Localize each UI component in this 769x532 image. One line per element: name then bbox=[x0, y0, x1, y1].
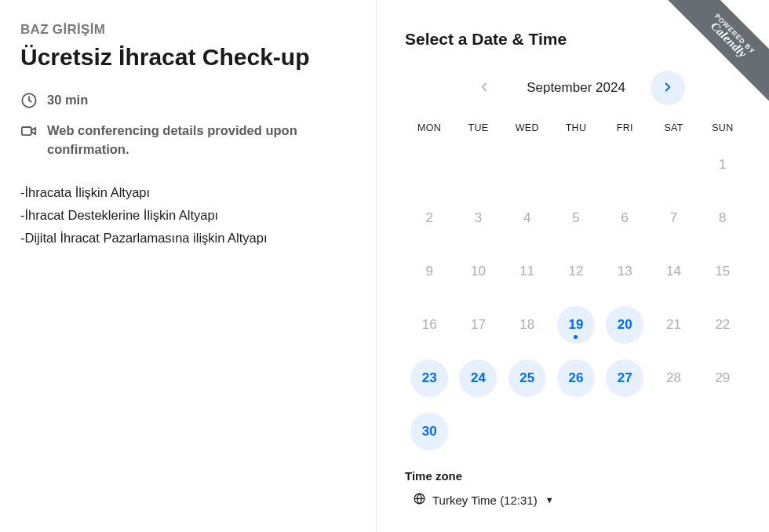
day-available[interactable]: 27 bbox=[606, 359, 643, 397]
day-unavailable: 8 bbox=[704, 199, 742, 237]
day-unavailable: 10 bbox=[459, 253, 497, 290]
timezone-select[interactable]: Turkey Time (12:31) ▼ bbox=[405, 490, 554, 509]
day-unavailable: 28 bbox=[655, 359, 693, 397]
day-unavailable: 12 bbox=[557, 253, 595, 290]
day-available[interactable]: 19 bbox=[557, 306, 595, 344]
day-unavailable: 3 bbox=[459, 199, 497, 237]
day-unavailable: 21 bbox=[655, 306, 693, 344]
day-available[interactable]: 26 bbox=[557, 359, 595, 397]
duration-row: 30 min bbox=[20, 91, 346, 110]
day-unavailable: 1 bbox=[704, 146, 742, 184]
day-unavailable: 22 bbox=[704, 306, 742, 344]
conferencing-text: Web conferencing details provided upon c… bbox=[47, 122, 346, 159]
weekday-cell: THU bbox=[552, 122, 600, 133]
day-empty bbox=[557, 146, 595, 184]
day-empty bbox=[459, 146, 497, 184]
day-unavailable: 13 bbox=[606, 253, 643, 290]
select-date-heading: Select a Date & Time bbox=[405, 30, 747, 49]
day-empty bbox=[606, 146, 643, 184]
chevron-right-icon bbox=[661, 80, 675, 97]
day-unavailable: 11 bbox=[508, 253, 546, 290]
chevron-down-icon: ▼ bbox=[545, 495, 554, 505]
weekday-cell: WED bbox=[503, 122, 552, 133]
month-navigation: September 2024 bbox=[405, 71, 747, 105]
day-unavailable: 9 bbox=[410, 253, 448, 290]
description-line: -İhracat Desteklerine İlişkin Altyapı bbox=[20, 204, 346, 227]
video-icon bbox=[20, 122, 38, 140]
day-available[interactable]: 25 bbox=[508, 359, 546, 397]
description-line: -İhracata İlişkin Altyapı bbox=[20, 181, 346, 204]
day-unavailable: 6 bbox=[606, 199, 643, 237]
day-available[interactable]: 23 bbox=[410, 359, 448, 397]
host-name: BAZ GİRİŞİM bbox=[20, 22, 346, 38]
day-empty bbox=[508, 146, 546, 184]
clock-icon bbox=[20, 92, 38, 109]
chevron-left-icon bbox=[477, 80, 491, 97]
day-empty bbox=[655, 146, 693, 184]
weekday-cell: SAT bbox=[649, 122, 698, 133]
day-unavailable: 14 bbox=[655, 253, 693, 290]
day-unavailable: 2 bbox=[410, 199, 448, 237]
day-unavailable: 5 bbox=[557, 199, 595, 237]
prev-month-button[interactable] bbox=[467, 71, 501, 105]
globe-icon bbox=[413, 492, 426, 508]
day-unavailable: 4 bbox=[508, 199, 546, 237]
day-unavailable: 17 bbox=[459, 306, 497, 344]
day-available[interactable]: 20 bbox=[606, 306, 643, 344]
duration-text: 30 min bbox=[47, 91, 88, 110]
next-month-button[interactable] bbox=[651, 71, 685, 105]
day-empty bbox=[410, 146, 448, 184]
day-available[interactable]: 30 bbox=[410, 413, 448, 450]
weekday-cell: TUE bbox=[454, 122, 502, 133]
day-unavailable: 16 bbox=[410, 306, 448, 344]
day-unavailable: 18 bbox=[508, 306, 546, 344]
timezone-section: Time zone Turkey Time (12:31) ▼ bbox=[405, 469, 747, 509]
event-title: Ücretsiz İhracat Check-up bbox=[20, 42, 346, 72]
conferencing-row: Web conferencing details provided upon c… bbox=[20, 122, 346, 159]
event-details-panel: BAZ GİRİŞİM Ücretsiz İhracat Check-up 30… bbox=[0, 0, 377, 532]
weekday-cell: SUN bbox=[698, 122, 747, 133]
description-line: -Dijital İhracat Pazarlamasına ilişkin A… bbox=[20, 227, 346, 250]
timezone-label: Time zone bbox=[405, 469, 747, 483]
day-unavailable: 29 bbox=[704, 359, 742, 397]
weekday-header: MONTUEWEDTHUFRISATSUN bbox=[405, 122, 747, 133]
day-unavailable: 7 bbox=[655, 199, 693, 237]
weekday-cell: MON bbox=[405, 122, 454, 133]
days-grid: 1234567891011121314151617181920212223242… bbox=[405, 146, 747, 450]
timezone-value: Turkey Time (12:31) bbox=[432, 494, 538, 507]
event-description: -İhracata İlişkin Altyapı-İhracat Destek… bbox=[20, 181, 346, 250]
day-unavailable: 15 bbox=[704, 253, 742, 290]
svg-rect-1 bbox=[22, 127, 31, 135]
calendar-panel: Select a Date & Time September 2024 MONT… bbox=[377, 0, 769, 532]
weekday-cell: FRI bbox=[600, 122, 649, 133]
month-label: September 2024 bbox=[509, 80, 643, 96]
day-available[interactable]: 24 bbox=[459, 359, 497, 397]
